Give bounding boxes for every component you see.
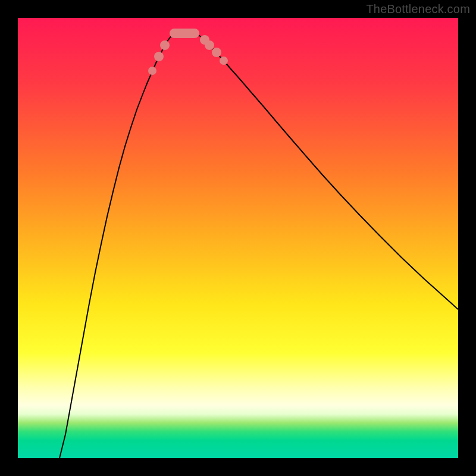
watermark-text: TheBottleneck.com [366, 2, 470, 16]
chart-frame: TheBottleneck.com [0, 0, 476, 476]
curve-right-arm [195, 33, 458, 309]
curve-left-arm [60, 33, 174, 458]
marker-dot [160, 40, 170, 50]
marker-group [148, 29, 228, 75]
marker-dot [220, 57, 228, 65]
plot-area [18, 18, 458, 458]
marker-dot [212, 48, 221, 57]
marker-dot [205, 40, 214, 50]
marker-dot [148, 67, 156, 75]
curve-layer [18, 18, 458, 458]
marker-pill [170, 29, 199, 38]
marker-dot [154, 52, 164, 61]
